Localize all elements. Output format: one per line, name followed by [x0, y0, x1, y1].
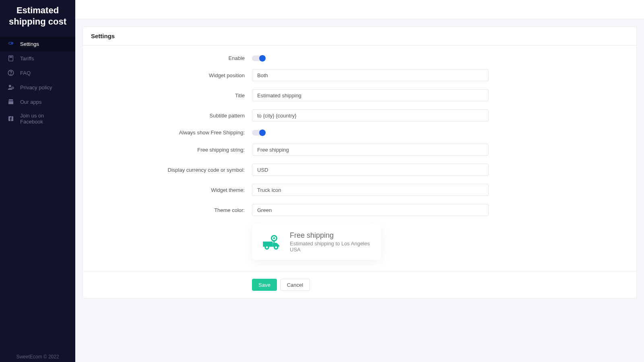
- widget-position-label: Widget position: [91, 72, 252, 78]
- page-title: Settings: [83, 27, 636, 45]
- sidebar-item-faq[interactable]: FAQ: [0, 66, 75, 80]
- preview-subtitle: Estimated shipping to Los Angeles USA: [290, 241, 371, 253]
- sidebar-item-label: Tariffs: [20, 56, 34, 62]
- subtitle-input[interactable]: [252, 109, 489, 121]
- truck-icon: [262, 232, 283, 252]
- svg-point-13: [275, 245, 278, 249]
- apps-icon: [7, 98, 14, 105]
- card-footer: Save Cancel: [83, 271, 636, 298]
- settings-card: Settings Enable Widget position Title Su…: [83, 27, 637, 298]
- form: Enable Widget position Title Subtitle pa…: [83, 45, 636, 271]
- title-label: Title: [91, 93, 252, 99]
- preview-title: Free shipping: [290, 231, 371, 240]
- calc-icon: [7, 55, 14, 62]
- sidebar-item-privacy[interactable]: Privacy policy: [0, 80, 75, 95]
- always-free-label: Always show Free Shipping:: [91, 130, 252, 136]
- row-enable: Enable: [91, 55, 628, 61]
- sidebar-item-label: Settings: [20, 41, 39, 47]
- svg-point-5: [10, 74, 11, 74]
- save-button[interactable]: Save: [252, 279, 277, 291]
- svg-point-1: [11, 43, 12, 44]
- row-color: Theme color:: [91, 204, 628, 216]
- topbar: [75, 0, 644, 19]
- svg-point-7: [12, 87, 14, 89]
- row-subtitle: Subtitle pattern: [91, 109, 628, 121]
- theme-label: Widget theme:: [91, 187, 252, 193]
- svg-rect-2: [9, 56, 13, 61]
- theme-input[interactable]: [252, 184, 489, 196]
- sidebar-item-facebook[interactable]: Join us on Facebook: [0, 109, 75, 128]
- sidebar-item-settings[interactable]: Settings: [0, 37, 75, 51]
- preview-text: Free shipping Estimated shipping to Los …: [290, 231, 371, 253]
- free-string-label: Free shipping string:: [91, 147, 252, 153]
- toggle-icon: [7, 40, 14, 47]
- sidebar: Estimated shipping cost Settings Tariffs…: [0, 0, 75, 362]
- sidebar-item-label: Our apps: [20, 99, 41, 105]
- enable-label: Enable: [91, 55, 252, 61]
- widget-position-input[interactable]: [252, 69, 489, 81]
- svg-point-10: [273, 237, 275, 239]
- color-input[interactable]: [252, 204, 489, 216]
- row-currency: Display currency code or symbol:: [91, 164, 628, 176]
- facebook-icon: [7, 115, 14, 122]
- row-theme: Widget theme:: [91, 184, 628, 196]
- sidebar-item-tariffs[interactable]: Tariffs: [0, 51, 75, 66]
- row-free-string: Free shipping string:: [91, 144, 628, 156]
- sidebar-item-label: Join us on Facebook: [20, 113, 68, 125]
- sidebar-footer: SweetEcom © 2022: [0, 354, 75, 360]
- svg-point-6: [9, 85, 11, 87]
- preview-card: Free shipping Estimated shipping to Los …: [252, 224, 381, 260]
- always-free-toggle[interactable]: [252, 130, 264, 136]
- help-icon: [7, 69, 14, 76]
- sidebar-item-label: FAQ: [20, 70, 31, 76]
- currency-input[interactable]: [252, 164, 489, 176]
- title-input[interactable]: [252, 89, 489, 101]
- app-title: Estimated shipping cost: [0, 0, 75, 37]
- row-widget-position: Widget position: [91, 69, 628, 81]
- row-title: Title: [91, 89, 628, 101]
- free-string-input[interactable]: [252, 144, 489, 156]
- cancel-button[interactable]: Cancel: [280, 279, 310, 291]
- svg-point-12: [265, 245, 268, 249]
- currency-label: Display currency code or symbol:: [91, 167, 252, 173]
- main: Settings Enable Widget position Title Su…: [75, 0, 644, 362]
- privacy-icon: [7, 84, 14, 91]
- row-always-free: Always show Free Shipping:: [91, 130, 628, 136]
- sidebar-item-apps[interactable]: Our apps: [0, 95, 75, 109]
- enable-toggle[interactable]: [252, 56, 264, 61]
- color-label: Theme color:: [91, 207, 252, 213]
- content: Settings Enable Widget position Title Su…: [75, 19, 644, 362]
- sidebar-item-label: Privacy policy: [20, 84, 52, 90]
- subtitle-label: Subtitle pattern: [91, 113, 252, 119]
- svg-rect-3: [10, 56, 12, 58]
- preview-row: Free shipping Estimated shipping to Los …: [91, 224, 628, 260]
